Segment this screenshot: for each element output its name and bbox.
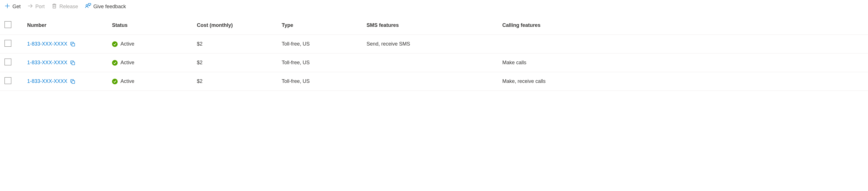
column-type[interactable]: Type	[282, 22, 367, 28]
copy-icon[interactable]	[70, 60, 75, 65]
status-cell: Active	[112, 78, 197, 84]
release-label: Release	[59, 4, 78, 10]
check-circle-icon	[112, 60, 118, 66]
svg-rect-9	[72, 43, 75, 46]
port-button[interactable]: Port	[27, 3, 45, 10]
copy-icon[interactable]	[70, 41, 75, 47]
cost-cell: $2	[197, 78, 282, 84]
row-select-cell	[4, 59, 27, 67]
copy-icon[interactable]	[70, 79, 75, 84]
status-text: Active	[121, 78, 134, 84]
column-status[interactable]: Status	[112, 22, 197, 28]
get-label: Get	[12, 4, 21, 10]
cost-cell: $2	[197, 41, 282, 47]
plus-icon	[4, 3, 10, 10]
type-cell: Toll-free, US	[282, 41, 367, 47]
status-text: Active	[121, 41, 134, 47]
status-cell: Active	[112, 41, 197, 47]
type-cell: Toll-free, US	[282, 60, 367, 66]
column-number[interactable]: Number	[27, 22, 112, 28]
toolbar: Get Port Release Give feedback	[0, 0, 868, 16]
select-all-checkbox[interactable]	[4, 21, 11, 28]
status-cell: Active	[112, 60, 197, 66]
row-checkbox[interactable]	[4, 40, 11, 47]
table-row: 1-833-XXX-XXXX Active $2 Toll-free, US S…	[0, 35, 868, 54]
svg-rect-11	[72, 81, 75, 84]
select-all-cell	[4, 21, 27, 29]
row-checkbox[interactable]	[4, 59, 11, 65]
table-row: 1-833-XXX-XXXX Active $2 Toll-free, US M…	[0, 54, 868, 72]
phone-numbers-table: Number Status Cost (monthly) Type SMS fe…	[0, 16, 868, 91]
row-select-cell	[4, 77, 27, 86]
column-cost[interactable]: Cost (monthly)	[197, 22, 282, 28]
calling-cell: Make calls	[502, 60, 615, 66]
port-label: Port	[35, 4, 45, 10]
number-cell: 1-833-XXX-XXXX	[27, 60, 112, 66]
check-circle-icon	[112, 41, 118, 47]
svg-rect-3	[53, 4, 56, 8]
svg-rect-10	[72, 62, 75, 65]
cost-cell: $2	[197, 60, 282, 66]
give-feedback-button[interactable]: Give feedback	[85, 3, 126, 10]
svg-point-7	[86, 4, 88, 6]
feedback-label: Give feedback	[93, 4, 126, 10]
get-button[interactable]: Get	[4, 3, 21, 10]
trash-icon	[52, 3, 57, 10]
number-link[interactable]: 1-833-XXX-XXXX	[27, 60, 67, 66]
column-calling[interactable]: Calling features	[502, 22, 615, 28]
table-row: 1-833-XXX-XXXX Active $2 Toll-free, US M…	[0, 72, 868, 91]
table-header: Number Status Cost (monthly) Type SMS fe…	[0, 16, 868, 35]
row-checkbox[interactable]	[4, 77, 11, 84]
calling-cell: Make, receive calls	[502, 78, 615, 84]
arrow-right-icon	[27, 3, 33, 10]
type-cell: Toll-free, US	[282, 78, 367, 84]
row-select-cell	[4, 40, 27, 48]
feedback-icon	[85, 3, 91, 10]
sms-cell: Send, receive SMS	[367, 41, 502, 47]
number-cell: 1-833-XXX-XXXX	[27, 78, 112, 84]
svg-rect-8	[88, 3, 91, 5]
check-circle-icon	[112, 79, 118, 84]
number-link[interactable]: 1-833-XXX-XXXX	[27, 78, 67, 84]
status-text: Active	[121, 60, 134, 66]
number-cell: 1-833-XXX-XXXX	[27, 41, 112, 47]
column-sms[interactable]: SMS features	[367, 22, 502, 28]
number-link[interactable]: 1-833-XXX-XXXX	[27, 41, 67, 47]
release-button[interactable]: Release	[52, 3, 78, 10]
